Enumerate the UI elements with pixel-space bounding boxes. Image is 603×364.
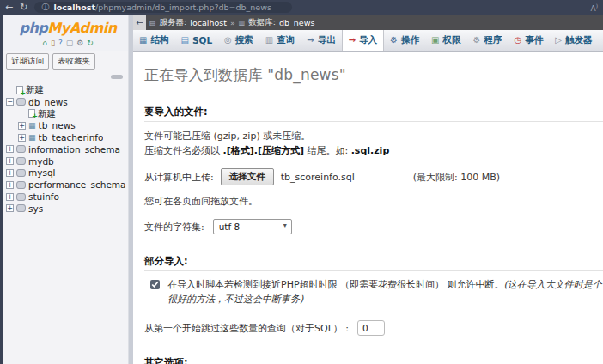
app-window: phpMyAdmin ⌂ ▯ ? ▢ ⚙ ↻ 近期访问 表收藏夹 新建 − db… — [0, 15, 603, 364]
breadcrumb-server-link[interactable]: localhost — [190, 18, 227, 27]
breadcrumb-db-link[interactable]: db_news — [279, 18, 314, 27]
reload-icon[interactable]: ↻ — [87, 39, 94, 47]
charset-row: 文件的字符集: utf-8▾ — [144, 219, 603, 234]
drag-drop-hint: 您可在各页面间拖放文件。 — [144, 194, 603, 209]
browser-back-icon[interactable]: ← — [5, 3, 13, 12]
page-title: 正在导入到数据库 "db_news" — [144, 65, 603, 85]
tree-item-stuinfo[interactable]: + stuinfo — [6, 191, 133, 203]
tab-label: 结构 — [150, 34, 168, 46]
expand-icon[interactable]: + — [6, 145, 14, 153]
tree-item-label: sys — [28, 203, 43, 214]
skip-queries-row: 从第一个开始跳过这些数量的查询（对于SQL） : — [144, 320, 603, 336]
tab-events[interactable]: ◷事件 — [508, 30, 549, 51]
settings-icon[interactable]: ⚙ — [76, 39, 83, 47]
expand-icon[interactable]: + — [6, 181, 14, 189]
skip-queries-input[interactable] — [357, 320, 385, 336]
charset-select[interactable]: utf-8▾ — [213, 219, 292, 234]
phpmyadmin-logo[interactable]: phpMyAdmin — [3, 15, 133, 37]
help-icon[interactable]: ? — [58, 39, 63, 47]
sidebar-scrollbar[interactable] — [128, 15, 133, 364]
browser-refresh-icon[interactable]: ↻ — [20, 3, 27, 12]
tab-operations[interactable]: ⚙操作 — [384, 30, 425, 51]
database-icon — [16, 181, 26, 189]
tab-privileges[interactable]: ▣权限 — [425, 30, 466, 51]
routines-icon: ⚙ — [472, 36, 480, 45]
choose-file-button[interactable]: 选择文件 — [221, 168, 274, 185]
privileges-icon: ▣ — [431, 36, 439, 45]
tab-triggers[interactable]: ▷触发器 — [549, 30, 598, 51]
database-icon — [16, 145, 26, 153]
tab-routines[interactable]: ⚙程序 — [466, 30, 508, 51]
tab-label: 查询 — [277, 34, 295, 46]
chevron-down-icon: ▾ — [283, 221, 287, 229]
tree-item-new-database[interactable]: 新建 — [6, 84, 133, 96]
tab-designer[interactable]: ◫设计器 — [598, 30, 603, 51]
url-text: localhost/phpmyadmin/db_import.php?db=db… — [53, 3, 271, 12]
tree-item-label: mysql — [28, 167, 56, 178]
query-icon: ▥ — [265, 36, 273, 45]
read-aloud-icon[interactable]: A) — [590, 3, 598, 13]
database-icon: ▥ — [239, 19, 246, 27]
tab-query[interactable]: ▥查询 — [259, 30, 301, 51]
tree-item-mysql[interactable]: + mysql — [6, 167, 133, 179]
new-item-icon — [28, 109, 35, 118]
nav-resize-handle[interactable] — [111, 75, 123, 79]
tab-structure[interactable]: ▦结构 — [133, 30, 174, 51]
url-path: /phpmyadmin/db_import.php?db=db_news — [95, 3, 271, 12]
table-icon: ▦ — [28, 133, 36, 142]
import-page: 正在导入到数据库 "db_news" 要导入的文件: 文件可能已压缩 (gzip… — [133, 52, 603, 364]
tab-import[interactable]: →导入 — [342, 30, 384, 51]
database-tabbar: ▦结构 ▤SQL ◎搜索 ▥查询 →导出 →导入 ⚙操作 ▣权限 ⚙程序 ◷事件… — [133, 30, 603, 52]
charset-label: 文件的字符集: — [144, 221, 204, 234]
tab-label: 搜索 — [235, 34, 253, 46]
breadcrumb: ← ▤ 服务器: localhost » ▥ 数据库: db_news — [133, 15, 603, 30]
tree-item-db-news[interactable]: − db_news — [6, 96, 133, 108]
tree-item-label: 新建 — [26, 84, 44, 96]
tab-search[interactable]: ◎搜索 — [218, 30, 259, 51]
expand-icon[interactable]: + — [6, 157, 14, 165]
recent-tables-button[interactable]: 近期访问 — [6, 53, 49, 70]
tab-export[interactable]: →导出 — [301, 30, 341, 51]
tree-item-tb-news[interactable]: + ▦ tb_news — [6, 119, 133, 131]
expand-icon[interactable]: + — [6, 204, 14, 212]
hide-navigation-icon[interactable]: ← — [133, 15, 146, 30]
address-bar[interactable]: ⓘ localhost/phpmyadmin/db_import.php?db=… — [34, 2, 292, 13]
tree-item-mydb[interactable]: + mydb — [6, 155, 133, 167]
exit-icon[interactable]: ▯ — [51, 39, 55, 47]
hint-text: 压缩文件名必须以 — [144, 145, 223, 156]
tab-label: 操作 — [401, 34, 419, 46]
breadcrumb-db-label: 数据库: — [248, 17, 276, 28]
tree-item-tb-teacherinfo[interactable]: + ▦ tb_teacherinfo — [6, 131, 133, 143]
site-info-icon[interactable]: ⓘ — [41, 2, 49, 13]
tree-item-sys[interactable]: + sys — [6, 203, 133, 215]
compression-hint-line2: 压缩文件名必须以 .[格式].[压缩方式] 结尾。如: .sql.zip — [144, 143, 603, 158]
tab-label: 权限 — [442, 34, 460, 46]
expand-icon[interactable]: + — [6, 193, 14, 201]
table-icon: ▦ — [28, 121, 36, 130]
collapse-icon[interactable]: − — [6, 98, 14, 106]
expand-icon[interactable]: + — [18, 134, 26, 142]
allow-interrupt-checkbox[interactable] — [150, 280, 160, 289]
file-to-import-section: 要导入的文件: 文件可能已压缩 (gzip, zip) 或未压缩。 压缩文件名必… — [144, 106, 603, 234]
tree-item-label: tb_teacherinfo — [39, 132, 104, 143]
tree-item-label: mydb — [28, 156, 54, 167]
logo-php: php — [19, 20, 47, 36]
tree-item-performance-schema[interactable]: + performance_schema — [6, 179, 133, 191]
home-icon[interactable]: ⌂ — [42, 39, 47, 47]
expand-icon[interactable]: + — [6, 169, 14, 177]
interrupt-text: 在导入时脚本若检测到接近PHP超时时限 （即需要花费很长时间） 则允许中断。 — [168, 279, 504, 290]
partial-section-heading: 部分导入: — [144, 255, 603, 271]
tab-label: SQL — [192, 35, 212, 46]
tree-item-new-table[interactable]: 新建 — [6, 108, 133, 120]
interrupt-option-row: 在导入时脚本若检测到接近PHP超时时限 （即需要花费很长时间） 则允许中断。(这… — [150, 278, 603, 306]
docs-icon[interactable]: ▢ — [66, 39, 74, 47]
favorite-tables-button[interactable]: 表收藏夹 — [52, 53, 95, 70]
tree-item-label: performance_schema — [28, 179, 126, 190]
file-section-heading: 要导入的文件: — [144, 106, 603, 122]
tree-item-label: information_schema — [28, 144, 120, 155]
tab-sql[interactable]: ▤SQL — [174, 30, 218, 51]
server-icon: ▤ — [149, 19, 156, 27]
expand-icon[interactable]: + — [18, 122, 26, 130]
tree-item-information-schema[interactable]: + information_schema — [6, 143, 133, 155]
database-icon — [16, 204, 26, 212]
